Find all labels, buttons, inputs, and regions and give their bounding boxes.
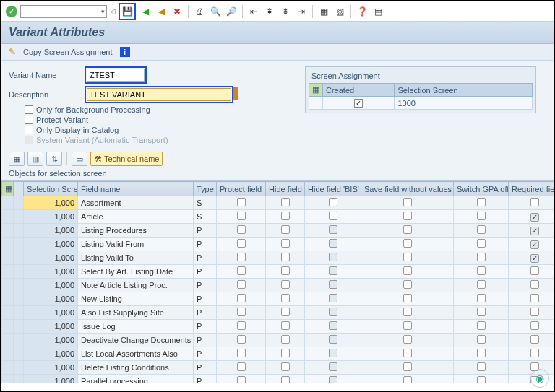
- row-selector[interactable]: [2, 251, 14, 265]
- table-row[interactable]: 1,000Deactivate Change DocumentsP: [2, 334, 554, 347]
- deselect-all-button[interactable]: ▥: [27, 152, 43, 166]
- grid-checkbox[interactable]: [329, 198, 337, 206]
- col-fieldname[interactable]: Field name: [78, 182, 194, 196]
- row-handle[interactable]: [14, 210, 24, 224]
- grid-checkbox[interactable]: [403, 266, 412, 275]
- grid-checkbox[interactable]: [329, 266, 337, 275]
- grid-checkbox[interactable]: [403, 321, 412, 330]
- grid-checkbox[interactable]: [281, 198, 290, 206]
- display-catalog-checkbox[interactable]: [25, 126, 33, 134]
- grid-checkbox[interactable]: [477, 198, 486, 206]
- grid-checkbox[interactable]: [477, 212, 486, 220]
- grid-checkbox[interactable]: [530, 308, 539, 316]
- grid-checkbox[interactable]: [530, 280, 539, 289]
- grid-checkbox[interactable]: [329, 253, 337, 261]
- grid-checkbox[interactable]: [477, 376, 486, 383]
- grid-checkbox[interactable]: [281, 308, 290, 316]
- grid-checkbox[interactable]: [281, 349, 290, 357]
- grid-checkbox[interactable]: [329, 321, 337, 330]
- grid-checkbox[interactable]: [329, 294, 337, 302]
- table-row[interactable]: 1,000Note Article Listing Proc.P: [2, 279, 554, 292]
- protect-variant-checkbox[interactable]: [25, 116, 33, 124]
- grid-checkbox[interactable]: [530, 349, 539, 357]
- grid-checkbox[interactable]: [237, 335, 246, 344]
- grid-checkbox[interactable]: [237, 280, 246, 289]
- row-handle[interactable]: [14, 251, 24, 265]
- row-handle[interactable]: [14, 375, 24, 383]
- col-savewo[interactable]: Save field without values: [361, 182, 454, 196]
- grid-checkbox[interactable]: [530, 227, 539, 235]
- row-selector[interactable]: [2, 265, 14, 279]
- col-hide[interactable]: Hide field: [266, 182, 305, 196]
- row-handle[interactable]: [14, 265, 24, 279]
- new-session-icon[interactable]: ▦: [317, 5, 330, 18]
- grid-checkbox[interactable]: [237, 376, 246, 383]
- grid-checkbox[interactable]: [237, 198, 246, 206]
- col-protect[interactable]: Protect field: [217, 182, 266, 196]
- grid-checkbox[interactable]: [329, 225, 337, 234]
- grid-checkbox[interactable]: [403, 280, 412, 289]
- grid-checkbox[interactable]: [403, 349, 412, 357]
- grid-checkbox[interactable]: [403, 225, 412, 234]
- grid-checkbox[interactable]: [329, 212, 337, 220]
- table-row[interactable]: 1,000Delete Listing ConditionsP: [2, 361, 554, 375]
- grid-checkbox[interactable]: [281, 294, 290, 302]
- grid-checkbox[interactable]: [530, 335, 539, 344]
- row-handle[interactable]: [14, 320, 24, 334]
- grid-checkbox[interactable]: [281, 335, 290, 344]
- grid-checkbox[interactable]: [281, 376, 290, 383]
- grid-checkbox[interactable]: [530, 254, 539, 263]
- row-handle[interactable]: [14, 196, 24, 210]
- col-type[interactable]: Type: [194, 182, 217, 196]
- row-selector[interactable]: [2, 238, 14, 251]
- grid-checkbox[interactable]: [530, 213, 539, 222]
- table-row[interactable]: 1,000ArticleS: [2, 210, 554, 224]
- row-selector[interactable]: [2, 375, 14, 383]
- layout-icon[interactable]: ▤: [371, 5, 384, 18]
- row-handle[interactable]: [14, 361, 24, 375]
- grid-checkbox[interactable]: [329, 239, 337, 248]
- grid-checkbox[interactable]: [329, 335, 337, 344]
- grid-checkbox[interactable]: [281, 266, 290, 275]
- grid-checkbox[interactable]: [281, 362, 290, 371]
- col-hidebis[interactable]: Hide field 'BIS': [305, 182, 361, 196]
- grid-checkbox[interactable]: [530, 321, 539, 330]
- find-next-icon[interactable]: 🔎: [225, 5, 238, 18]
- grid-select-all-icon[interactable]: ▦: [2, 182, 14, 196]
- table-row[interactable]: 1,000Listing Valid ToP: [2, 251, 554, 265]
- grid-checkbox[interactable]: [281, 239, 290, 248]
- grid-checkbox[interactable]: [403, 376, 412, 383]
- selection-grid-wrap[interactable]: ▦ Selection Screen Field name Type Prote…: [1, 180, 554, 383]
- sa-row[interactable]: ✓ 1000: [309, 97, 533, 110]
- grid-checkbox[interactable]: [477, 239, 486, 248]
- grid-checkbox[interactable]: [403, 198, 412, 206]
- table-row[interactable]: 1,000Also List Supplying SiteP: [2, 306, 554, 320]
- grid-checkbox[interactable]: [403, 212, 412, 220]
- grid-checkbox[interactable]: [477, 225, 486, 234]
- grid-checkbox[interactable]: [329, 362, 337, 371]
- table-row[interactable]: 1,000List Local Assortments AlsoP: [2, 347, 554, 361]
- row-selector[interactable]: [2, 196, 14, 210]
- grid-checkbox[interactable]: [403, 294, 412, 302]
- grid-checkbox[interactable]: [477, 362, 486, 371]
- grid-checkbox[interactable]: [477, 321, 486, 330]
- table-row[interactable]: 1,000Listing Valid FromP: [2, 238, 554, 251]
- table-row[interactable]: 1,000Parallel processingP: [2, 375, 554, 383]
- table-row[interactable]: 1,000New ListingP: [2, 292, 554, 306]
- grid-checkbox[interactable]: [281, 212, 290, 220]
- grid-checkbox[interactable]: [403, 362, 412, 371]
- grid-checkbox[interactable]: [477, 349, 486, 357]
- grid-checkbox[interactable]: [237, 362, 246, 371]
- copy-screen-assignment-button[interactable]: Copy Screen Assignment: [23, 48, 113, 56]
- grid-checkbox[interactable]: [329, 308, 337, 316]
- row-selector[interactable]: [2, 306, 14, 320]
- select-all-button[interactable]: ▦: [9, 152, 25, 166]
- grid-checkbox[interactable]: [530, 198, 539, 206]
- row-handle[interactable]: [14, 224, 24, 238]
- row-handle[interactable]: [14, 238, 24, 251]
- grid-checkbox[interactable]: [477, 253, 486, 261]
- grid-checkbox[interactable]: [477, 335, 486, 344]
- table-row[interactable]: 1,000Select By Art. Listing DateP: [2, 265, 554, 279]
- grid-checkbox[interactable]: [403, 308, 412, 316]
- grid-checkbox[interactable]: [329, 349, 337, 357]
